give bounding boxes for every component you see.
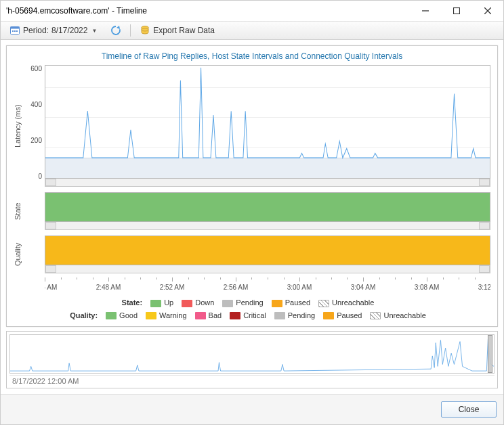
calendar-icon (9, 25, 20, 36)
legend-text: Pending (236, 298, 263, 307)
overview-panel: 8/17/2022 12:00 AM (6, 331, 498, 388)
xtick-label: 3:12 AM (478, 284, 490, 291)
state-row: State (14, 192, 490, 230)
legend-item: Pending (222, 298, 263, 307)
legend-swatch (230, 312, 240, 319)
legend-swatch (106, 312, 117, 319)
quality-legend-label: Quality: (70, 311, 98, 319)
latency-scrollbar[interactable] (45, 179, 490, 187)
legend-text: Down (195, 298, 214, 307)
legend-text: Good (119, 311, 138, 319)
xtick-label: 3:08 AM (415, 284, 440, 291)
legend-text: Unreachable (383, 311, 425, 319)
ytick: 400 (30, 101, 42, 108)
overview-timestamp: 8/17/2022 12:00 AM (9, 375, 495, 388)
legend-swatch (323, 312, 334, 319)
legend-swatch (370, 312, 381, 319)
xtick-label: 3:00 AM (287, 284, 312, 291)
ytick: 600 (30, 65, 42, 72)
latency-y-axis: 600 400 200 0 (24, 65, 45, 187)
legend-item: Down (182, 298, 214, 307)
quality-scrollbar[interactable] (45, 265, 490, 273)
legend-item: Good (106, 311, 138, 319)
main-area: Timeline of Raw Ping Replies, Host State… (1, 40, 503, 394)
legend-item: Bad (195, 311, 222, 319)
legend-item: Unreachable (318, 298, 374, 307)
quality-row: Quality (14, 236, 490, 273)
legend-item: Pending (274, 311, 315, 319)
latency-plot[interactable] (45, 65, 490, 179)
legend-item: Unreachable (370, 311, 425, 319)
legend-swatch (222, 300, 233, 307)
footer: Close (1, 394, 503, 424)
ytick: 200 (30, 137, 42, 144)
legend-item: Up (150, 298, 173, 307)
toolbar: Period: 8/17/2022 ▼ Export Raw Data (1, 21, 503, 40)
state-legend-label: State: (122, 298, 143, 307)
legend-swatch (272, 300, 282, 307)
state-axis-label: State (14, 192, 24, 230)
xtick-label: 2:44 AM (45, 284, 57, 291)
titlebar: 'h-05694.emcosoftware.com' - Timeline (1, 1, 503, 21)
close-window-button[interactable] (472, 1, 503, 21)
legend-swatch (146, 312, 156, 319)
ytick: 0 (38, 173, 42, 180)
latency-row: Latency (ms) 600 400 200 0 (14, 65, 490, 187)
period-prefix: Period: (23, 26, 49, 35)
quality-legend: Quality: GoodWarningBadCriticalPendingPa… (14, 309, 490, 326)
xtick-label: 3:04 AM (351, 284, 376, 291)
legend-item: Paused (323, 311, 362, 319)
state-band[interactable] (45, 192, 490, 222)
xtick-label: 2:48 AM (96, 284, 121, 291)
latency-axis-label: Latency (ms) (14, 65, 24, 187)
legend-swatch (274, 312, 285, 319)
close-button[interactable]: Close (441, 401, 497, 418)
window-controls (410, 1, 503, 21)
maximize-button[interactable] (441, 1, 472, 21)
overview-chart[interactable] (9, 334, 495, 374)
toolbar-separator (130, 24, 131, 37)
chart-title: Timeline of Raw Ping Replies, Host State… (14, 50, 490, 65)
legend-item: Warning (146, 311, 187, 319)
period-value: 8/17/2022 (51, 26, 87, 35)
refresh-button[interactable] (106, 23, 126, 38)
latency-line (45, 66, 490, 178)
legend-text: Up (164, 298, 173, 307)
legend-swatch (182, 300, 192, 307)
dropdown-icon: ▼ (91, 28, 97, 34)
legend-text: Unreachable (332, 298, 374, 307)
legend-item: Critical (230, 311, 266, 319)
legend-text: Paused (285, 298, 310, 307)
legend-text: Warning (159, 311, 187, 319)
quality-band[interactable] (45, 236, 490, 265)
svg-rect-4 (14, 30, 16, 32)
database-icon (140, 25, 150, 36)
range-handle-right[interactable] (488, 335, 492, 373)
state-scrollbar[interactable] (45, 222, 490, 230)
export-raw-data-button[interactable]: Export Raw Data (135, 23, 219, 38)
svg-rect-5 (16, 30, 18, 32)
xtick-label: 2:56 AM (224, 284, 249, 291)
svg-rect-3 (12, 30, 14, 32)
window-title: 'h-05694.emcosoftware.com' - Timeline (6, 6, 147, 16)
svg-rect-2 (11, 27, 20, 29)
state-legend: State: UpDownPendingPausedUnreachable (14, 296, 490, 309)
legend-text: Pending (288, 311, 315, 319)
chart-panel: Timeline of Raw Ping Replies, Host State… (6, 45, 498, 327)
legend-swatch (318, 300, 329, 307)
legend-text: Paused (337, 311, 362, 319)
time-axis: 2:44 AM2:48 AM2:52 AM2:56 AM3:00 AM3:04 … (45, 277, 490, 296)
legend-item: Paused (272, 298, 310, 307)
refresh-icon (110, 25, 121, 36)
legend-text: Bad (209, 311, 222, 319)
svg-rect-0 (454, 8, 460, 14)
legend-swatch (150, 300, 161, 307)
xtick-label: 2:52 AM (160, 284, 185, 291)
export-label: Export Raw Data (153, 26, 215, 35)
period-selector[interactable]: Period: 8/17/2022 ▼ (5, 23, 102, 38)
legend-text: Critical (243, 311, 266, 319)
quality-axis-label: Quality (14, 236, 24, 273)
minimize-button[interactable] (410, 1, 441, 21)
legend-swatch (195, 312, 206, 319)
